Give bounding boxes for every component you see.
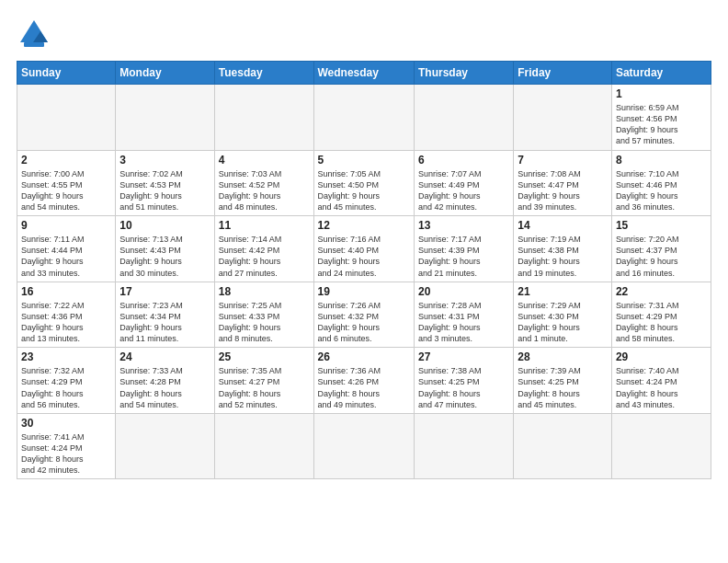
day-number: 3 [119,154,210,167]
day-info: Sunrise: 7:36 AM Sunset: 4:26 PM Dayligh… [318,365,410,410]
calendar-header-monday: Monday [116,62,214,85]
calendar-cell: 2Sunrise: 7:00 AM Sunset: 4:55 PM Daylig… [17,150,116,216]
day-number: 26 [318,350,410,363]
calendar-cell: 19Sunrise: 7:26 AM Sunset: 4:32 PM Dayli… [313,282,414,348]
day-number: 9 [21,219,111,232]
day-number: 14 [518,219,608,232]
day-number: 18 [219,285,310,298]
day-number: 23 [21,350,111,363]
calendar-cell [414,413,513,479]
calendar-header-sunday: Sunday [17,62,116,85]
calendar-cell [313,85,414,151]
calendar-cell: 25Sunrise: 7:35 AM Sunset: 4:27 PM Dayli… [214,348,313,414]
calendar-cell [313,413,414,479]
calendar-cell: 5Sunrise: 7:05 AM Sunset: 4:50 PM Daylig… [313,150,414,216]
calendar-header-tuesday: Tuesday [214,62,313,85]
day-number: 12 [318,219,410,232]
day-info: Sunrise: 7:17 AM Sunset: 4:39 PM Dayligh… [418,234,509,279]
day-number: 10 [119,219,210,232]
day-info: Sunrise: 7:02 AM Sunset: 4:53 PM Dayligh… [119,168,210,213]
day-number: 22 [616,285,707,298]
calendar-cell: 10Sunrise: 7:13 AM Sunset: 4:43 PM Dayli… [116,216,214,282]
calendar-header-row: SundayMondayTuesdayWednesdayThursdayFrid… [17,62,711,85]
day-number: 19 [318,285,410,298]
day-info: Sunrise: 7:26 AM Sunset: 4:32 PM Dayligh… [318,300,410,345]
day-number: 30 [21,417,111,430]
day-info: Sunrise: 7:35 AM Sunset: 4:27 PM Dayligh… [219,365,310,410]
day-info: Sunrise: 7:13 AM Sunset: 4:43 PM Dayligh… [119,234,210,279]
day-number: 4 [219,154,310,167]
svg-rect-2 [24,42,44,47]
day-info: Sunrise: 7:20 AM Sunset: 4:37 PM Dayligh… [616,234,707,279]
day-info: Sunrise: 7:38 AM Sunset: 4:25 PM Dayligh… [418,365,509,410]
calendar-cell: 12Sunrise: 7:16 AM Sunset: 4:40 PM Dayli… [313,216,414,282]
day-number: 8 [616,154,707,167]
logo [17,17,55,52]
day-info: Sunrise: 7:00 AM Sunset: 4:55 PM Dayligh… [21,168,111,213]
calendar-cell [17,85,116,151]
calendar-week-row: 2Sunrise: 7:00 AM Sunset: 4:55 PM Daylig… [17,150,711,216]
calendar-week-row: 9Sunrise: 7:11 AM Sunset: 4:44 PM Daylig… [17,216,711,282]
day-info: Sunrise: 7:33 AM Sunset: 4:28 PM Dayligh… [119,365,210,410]
calendar-cell: 26Sunrise: 7:36 AM Sunset: 4:26 PM Dayli… [313,348,414,414]
day-info: Sunrise: 7:05 AM Sunset: 4:50 PM Dayligh… [318,168,410,213]
day-info: Sunrise: 7:23 AM Sunset: 4:34 PM Dayligh… [119,300,210,345]
header [17,17,711,52]
day-info: Sunrise: 7:41 AM Sunset: 4:24 PM Dayligh… [21,431,111,477]
day-number: 5 [318,154,410,167]
day-info: Sunrise: 7:39 AM Sunset: 4:25 PM Dayligh… [518,365,608,410]
day-info: Sunrise: 7:11 AM Sunset: 4:44 PM Dayligh… [21,234,111,279]
day-number: 7 [518,154,608,167]
calendar-cell: 11Sunrise: 7:14 AM Sunset: 4:42 PM Dayli… [214,216,313,282]
calendar-cell: 8Sunrise: 7:10 AM Sunset: 4:46 PM Daylig… [611,150,711,216]
day-number: 15 [616,219,707,232]
day-info: Sunrise: 7:25 AM Sunset: 4:33 PM Dayligh… [219,300,310,345]
calendar-cell: 18Sunrise: 7:25 AM Sunset: 4:33 PM Dayli… [214,282,313,348]
day-info: Sunrise: 7:16 AM Sunset: 4:40 PM Dayligh… [318,234,410,279]
calendar-cell: 27Sunrise: 7:38 AM Sunset: 4:25 PM Dayli… [414,348,513,414]
day-number: 6 [418,154,509,167]
day-number: 21 [518,285,608,298]
day-info: Sunrise: 7:03 AM Sunset: 4:52 PM Dayligh… [219,168,310,213]
day-info: Sunrise: 7:19 AM Sunset: 4:38 PM Dayligh… [518,234,608,279]
calendar-cell: 13Sunrise: 7:17 AM Sunset: 4:39 PM Dayli… [414,216,513,282]
calendar-cell: 1Sunrise: 6:59 AM Sunset: 4:56 PM Daylig… [611,85,711,151]
day-number: 11 [219,219,310,232]
calendar-cell: 30Sunrise: 7:41 AM Sunset: 4:24 PM Dayli… [17,413,116,479]
calendar-cell [414,85,513,151]
day-number: 20 [418,285,509,298]
calendar-week-row: 23Sunrise: 7:32 AM Sunset: 4:29 PM Dayli… [17,348,711,414]
calendar-cell: 22Sunrise: 7:31 AM Sunset: 4:29 PM Dayli… [611,282,711,348]
day-info: Sunrise: 7:07 AM Sunset: 4:49 PM Dayligh… [418,168,509,213]
day-info: Sunrise: 7:31 AM Sunset: 4:29 PM Dayligh… [616,300,707,345]
page: SundayMondayTuesdayWednesdayThursdayFrid… [0,0,728,563]
day-number: 24 [119,350,210,363]
calendar-cell: 7Sunrise: 7:08 AM Sunset: 4:47 PM Daylig… [514,150,612,216]
calendar-cell [611,413,711,479]
calendar-header-thursday: Thursday [414,62,513,85]
calendar-cell: 21Sunrise: 7:29 AM Sunset: 4:30 PM Dayli… [514,282,612,348]
day-info: Sunrise: 6:59 AM Sunset: 4:56 PM Dayligh… [616,102,707,147]
calendar-week-row: 1Sunrise: 6:59 AM Sunset: 4:56 PM Daylig… [17,85,711,151]
day-info: Sunrise: 7:10 AM Sunset: 4:46 PM Dayligh… [616,168,707,213]
day-info: Sunrise: 7:29 AM Sunset: 4:30 PM Dayligh… [518,300,608,345]
calendar-table: SundayMondayTuesdayWednesdayThursdayFrid… [17,61,711,479]
calendar-cell [214,413,313,479]
day-number: 16 [21,285,111,298]
day-number: 28 [518,350,608,363]
calendar-cell [514,85,612,151]
calendar-cell: 23Sunrise: 7:32 AM Sunset: 4:29 PM Dayli… [17,348,116,414]
calendar-cell: 3Sunrise: 7:02 AM Sunset: 4:53 PM Daylig… [116,150,214,216]
day-info: Sunrise: 7:32 AM Sunset: 4:29 PM Dayligh… [21,365,111,410]
calendar-cell: 4Sunrise: 7:03 AM Sunset: 4:52 PM Daylig… [214,150,313,216]
calendar-cell [214,85,313,151]
calendar-cell: 14Sunrise: 7:19 AM Sunset: 4:38 PM Dayli… [514,216,612,282]
day-number: 25 [219,350,310,363]
day-info: Sunrise: 7:28 AM Sunset: 4:31 PM Dayligh… [418,300,509,345]
day-number: 1 [616,87,707,100]
logo-icon [17,17,51,52]
day-info: Sunrise: 7:22 AM Sunset: 4:36 PM Dayligh… [21,300,111,345]
calendar-week-row: 30Sunrise: 7:41 AM Sunset: 4:24 PM Dayli… [17,413,711,479]
calendar-cell: 24Sunrise: 7:33 AM Sunset: 4:28 PM Dayli… [116,348,214,414]
day-number: 2 [21,154,111,167]
